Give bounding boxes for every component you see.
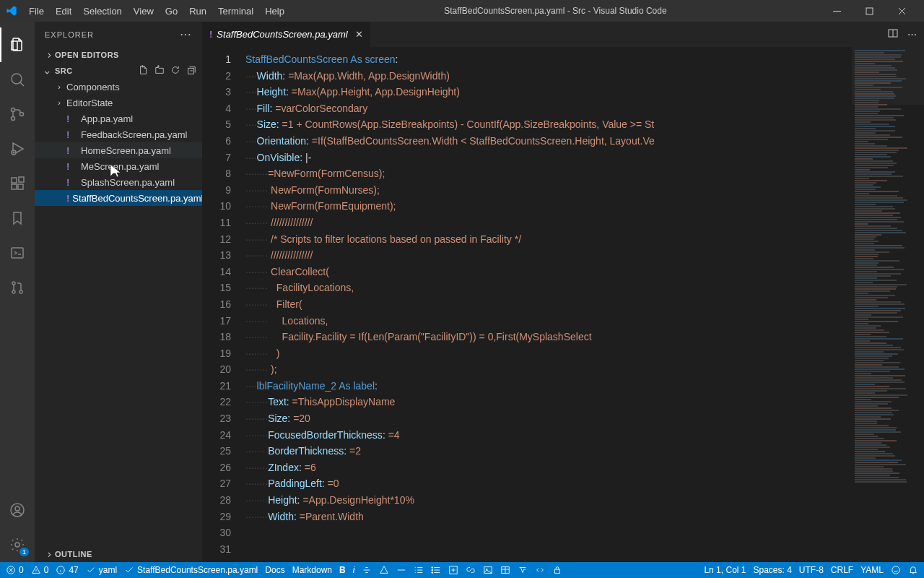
indentation[interactable]: Spaces: 4 — [753, 565, 791, 575]
svg-point-16 — [15, 506, 19, 511]
svg-point-4 — [12, 117, 15, 121]
yaml-check-indicator[interactable]: yaml — [86, 565, 117, 575]
open-editors-section[interactable]: ⌵OPEN EDITORS — [35, 47, 202, 63]
svg-point-2 — [12, 74, 22, 84]
extensions-icon[interactable] — [0, 166, 35, 201]
list-ol-icon[interactable] — [414, 565, 424, 575]
bold-indicator[interactable]: B — [339, 565, 346, 575]
src-folder-root[interactable]: ⌵SRC — [35, 63, 202, 79]
encoding[interactable]: UTF-8 — [799, 565, 824, 575]
file-item[interactable]: !App.pa.yaml — [35, 111, 202, 126]
sidebar-header: EXPLORER ⋯ — [35, 22, 202, 47]
svg-point-12 — [12, 282, 15, 285]
bookmarks-icon[interactable] — [0, 201, 35, 236]
file-check-indicator[interactable]: StaffBedCountsScreen.pa.yaml — [124, 565, 258, 575]
pull-requests-icon[interactable] — [0, 270, 35, 305]
tabs-bar: ! StaffBedCountsScreen.pa.yaml ✕ ⋯ — [202, 22, 924, 47]
active-tab[interactable]: ! StaffBedCountsScreen.pa.yaml ✕ — [202, 22, 371, 47]
strike-indicator[interactable] — [362, 565, 372, 575]
file-item[interactable]: !FeedbackScreen.pa.yaml — [35, 126, 202, 142]
split-editor-icon[interactable] — [887, 27, 899, 41]
code-editor[interactable]: 1234567891011121314151617181920212223242… — [202, 47, 924, 562]
code-icon[interactable] — [535, 565, 545, 575]
docs-indicator[interactable]: Docs — [265, 565, 284, 575]
window-title: StaffBedCountsScreen.pa.yaml - Src - Vis… — [290, 6, 821, 16]
table-icon[interactable] — [500, 565, 510, 575]
svg-rect-10 — [19, 177, 24, 182]
warning-tri-icon[interactable] — [379, 565, 389, 575]
menu-bar: FileEditSelectionViewGoRunTerminalHelp — [23, 3, 290, 20]
editor-more-icon[interactable]: ⋯ — [907, 29, 917, 40]
feedback-icon[interactable] — [891, 565, 901, 575]
list-ul-icon[interactable] — [431, 565, 441, 575]
new-file-icon[interactable] — [139, 65, 149, 77]
refresh-icon[interactable] — [170, 65, 180, 77]
errors-indicator[interactable]: 0 — [6, 565, 24, 575]
italic-indicator[interactable]: i — [353, 565, 355, 575]
info-indicator[interactable]: 47 — [56, 565, 78, 575]
folder-components[interactable]: ›Components — [35, 79, 202, 95]
close-button[interactable] — [886, 0, 918, 22]
sidebar-title: EXPLORER — [45, 30, 94, 39]
menu-help[interactable]: Help — [259, 3, 290, 20]
markdown-indicator[interactable]: Markdown — [292, 565, 332, 575]
tab-label: StaffBedCountsScreen.pa.yaml — [217, 29, 347, 40]
eol[interactable]: CRLF — [831, 565, 853, 575]
warnings-indicator[interactable]: 0 — [31, 565, 49, 575]
lock-icon[interactable] — [552, 565, 562, 575]
outline-section[interactable]: ⌵OUTLINE — [35, 546, 202, 562]
minimap[interactable] — [852, 47, 924, 562]
svg-point-14 — [19, 290, 22, 293]
explorer-icon[interactable] — [0, 27, 35, 62]
source-control-icon[interactable] — [0, 97, 35, 131]
collapse-all-icon[interactable] — [186, 65, 196, 77]
gutter: 1234567891011121314151617181920212223242… — [202, 47, 245, 562]
run-debug-icon[interactable] — [0, 131, 35, 166]
svg-rect-8 — [12, 184, 17, 189]
file-item[interactable]: !SplashScreen.pa.yaml — [35, 174, 202, 190]
svg-point-22 — [432, 567, 433, 569]
bell-icon[interactable] — [908, 565, 918, 575]
code-content[interactable]: StaffBedCountsScreen As screen:····Width… — [245, 47, 852, 562]
status-bar: 0 0 47 yaml StaffBedCountsScreen.pa.yaml… — [0, 562, 924, 578]
file-item[interactable]: !HomeScreen.pa.yaml — [35, 142, 202, 158]
yaml-file-icon: ! — [209, 29, 212, 40]
svg-point-17 — [15, 543, 19, 547]
search-icon[interactable] — [0, 62, 35, 97]
maximize-button[interactable] — [853, 0, 886, 22]
menu-edit[interactable]: Edit — [50, 3, 77, 20]
sidebar-more-icon[interactable]: ⋯ — [180, 27, 192, 41]
math-icon[interactable] — [518, 565, 528, 575]
link-icon[interactable] — [466, 565, 476, 575]
file-item[interactable]: !StaffBedCountsScreen.pa.yaml — [35, 190, 202, 206]
svg-rect-29 — [555, 569, 560, 573]
menu-view[interactable]: View — [128, 3, 160, 20]
close-tab-icon[interactable]: ✕ — [355, 29, 363, 40]
menu-terminal[interactable]: Terminal — [212, 3, 259, 20]
image-icon[interactable] — [483, 565, 493, 575]
svg-point-23 — [432, 569, 433, 571]
menu-go[interactable]: Go — [160, 3, 183, 20]
sidebar: EXPLORER ⋯ ⌵OPEN EDITORS ⌵SRC ›Component… — [35, 22, 202, 562]
svg-point-30 — [892, 566, 900, 574]
language-mode[interactable]: YAML — [860, 565, 884, 575]
svg-rect-1 — [866, 8, 873, 14]
settings-icon[interactable] — [0, 527, 35, 562]
interactive-icon[interactable] — [0, 236, 35, 270]
svg-rect-7 — [12, 178, 17, 183]
task-icon[interactable] — [448, 565, 458, 575]
editor-area: ! StaffBedCountsScreen.pa.yaml ✕ ⋯ 12345… — [202, 22, 924, 562]
minimize-button[interactable] — [821, 0, 853, 22]
svg-point-5 — [20, 113, 24, 116]
menu-file[interactable]: File — [23, 3, 50, 20]
menu-selection[interactable]: Selection — [77, 3, 127, 20]
svg-rect-9 — [18, 184, 23, 189]
svg-point-24 — [432, 572, 433, 574]
file-item[interactable]: !MeScreen.pa.yaml — [35, 158, 202, 174]
new-folder-icon[interactable] — [154, 65, 165, 77]
folder-editorstate[interactable]: ›EditorState — [35, 95, 202, 111]
cursor-position[interactable]: Ln 1, Col 1 — [704, 565, 746, 575]
accounts-icon[interactable] — [0, 493, 35, 527]
hr-icon[interactable] — [396, 565, 406, 575]
menu-run[interactable]: Run — [183, 3, 212, 20]
